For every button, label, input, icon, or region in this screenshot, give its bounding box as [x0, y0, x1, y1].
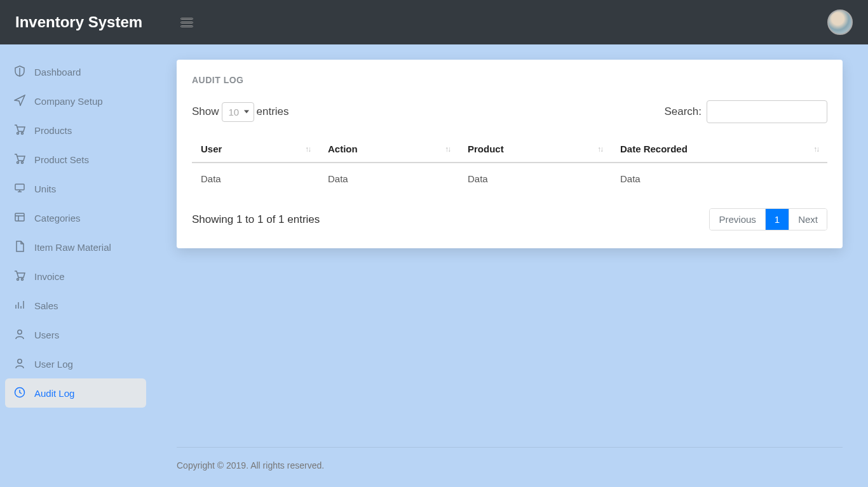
col-user-label: User [201, 143, 222, 154]
search-input[interactable] [707, 100, 827, 123]
card-audit-log: AUDIT LOG Show 10 entries Search: [177, 60, 843, 248]
sort-icon: ↑↓ [813, 147, 818, 151]
svg-point-2 [17, 161, 19, 163]
sidebar-item-label: Item Raw Material [34, 242, 111, 253]
sidebar: DashboardCompany SetupProductsProduct Se… [0, 44, 151, 487]
sidebar-item-label: Product Sets [34, 154, 89, 165]
layout-icon [14, 211, 25, 225]
show-label-suffix: entries [257, 105, 289, 118]
shield-icon [14, 65, 25, 79]
svg-rect-5 [15, 213, 24, 221]
cell-product: Data [459, 163, 611, 194]
page-title: AUDIT LOG [192, 75, 827, 85]
col-user[interactable]: User ↑↓ [192, 136, 319, 163]
bars-icon [14, 299, 25, 312]
sort-icon: ↑↓ [597, 147, 602, 151]
sidebar-item-audit-log[interactable]: Audit Log [5, 378, 146, 408]
audit-table: User ↑↓ Action ↑↓ Product ↑↓ Date Reco [192, 136, 827, 194]
table-row: DataDataDataData [192, 163, 827, 194]
brand-title: Inventory System [15, 13, 142, 31]
table-info: Showing 1 to 1 of 1 entries [192, 213, 320, 226]
sidebar-item-label: Categories [34, 213, 81, 223]
sidebar-item-company-setup[interactable]: Company Setup [5, 86, 146, 116]
sidebar-item-label: User Log [34, 359, 73, 370]
clock-icon [14, 387, 25, 400]
main: AUDIT LOG Show 10 entries Search: [151, 44, 868, 487]
sidebar-item-product-sets[interactable]: Product Sets [5, 145, 146, 174]
col-action-label: Action [328, 143, 358, 154]
sidebar-item-units[interactable]: Units [5, 174, 146, 203]
svg-rect-4 [15, 184, 24, 190]
topbar: Inventory System [0, 0, 868, 44]
col-product-label: Product [468, 143, 504, 154]
svg-point-8 [18, 330, 22, 333]
col-date-label: Date Recorded [620, 143, 688, 154]
user-icon [14, 357, 25, 371]
sidebar-item-users[interactable]: Users [5, 320, 146, 349]
table-header-row: User ↑↓ Action ↑↓ Product ↑↓ Date Reco [192, 136, 827, 163]
cart-icon [14, 153, 25, 166]
send-icon [14, 95, 25, 108]
svg-point-7 [22, 278, 24, 280]
col-product[interactable]: Product ↑↓ [459, 136, 611, 163]
entries-select-wrap: 10 [222, 102, 254, 122]
col-action[interactable]: Action ↑↓ [319, 136, 459, 163]
topbar-left: Inventory System [15, 13, 193, 31]
cell-action: Data [319, 163, 459, 194]
sidebar-item-invoice[interactable]: Invoice [5, 262, 146, 291]
svg-point-1 [22, 132, 24, 134]
sort-icon: ↑↓ [445, 147, 450, 151]
sidebar-item-categories[interactable]: Categories [5, 203, 146, 232]
svg-point-9 [18, 359, 22, 363]
footer: Copyright © 2019. All rights reserved. [177, 447, 843, 487]
length-control: Show 10 entries [192, 102, 289, 122]
sidebar-item-item-raw-material[interactable]: Item Raw Material [5, 232, 146, 262]
pagination-prev[interactable]: Previous [710, 209, 764, 230]
sidebar-item-label: Products [34, 125, 72, 136]
cart-icon [14, 124, 25, 137]
sidebar-item-label: Sales [34, 300, 58, 311]
search-control: Search: [664, 100, 827, 123]
avatar[interactable] [827, 10, 853, 35]
menu-toggle-icon[interactable] [180, 18, 193, 27]
table-footer: Showing 1 to 1 of 1 entries Previous 1 N… [192, 208, 827, 230]
table-controls: Show 10 entries Search: [192, 100, 827, 123]
sidebar-item-label: Units [34, 183, 56, 194]
sidebar-item-products[interactable]: Products [5, 116, 146, 145]
sidebar-item-user-log[interactable]: User Log [5, 349, 146, 378]
file-icon [14, 241, 25, 254]
pagination-next[interactable]: Next [789, 209, 827, 230]
cell-date: Data [611, 163, 827, 194]
sidebar-item-label: Users [34, 330, 59, 340]
sidebar-item-sales[interactable]: Sales [5, 291, 146, 320]
svg-point-0 [17, 132, 19, 134]
svg-point-3 [22, 161, 24, 163]
show-label-prefix: Show [192, 105, 219, 118]
sidebar-item-dashboard[interactable]: Dashboard [5, 57, 146, 86]
pagination-page-1[interactable]: 1 [765, 209, 789, 230]
cart-icon [14, 270, 25, 283]
sidebar-item-label: Dashboard [34, 67, 81, 77]
col-date[interactable]: Date Recorded ↑↓ [611, 136, 827, 163]
svg-point-6 [17, 278, 19, 280]
sidebar-item-label: Audit Log [34, 388, 74, 399]
sidebar-item-label: Company Setup [34, 96, 103, 107]
monitor-icon [14, 182, 25, 196]
entries-select[interactable]: 10 [222, 102, 254, 122]
pagination: Previous 1 Next [709, 208, 827, 230]
user-icon [14, 328, 25, 342]
sort-icon: ↑↓ [305, 147, 310, 151]
cell-user: Data [192, 163, 319, 194]
search-label: Search: [664, 105, 702, 118]
sidebar-item-label: Invoice [34, 271, 65, 282]
